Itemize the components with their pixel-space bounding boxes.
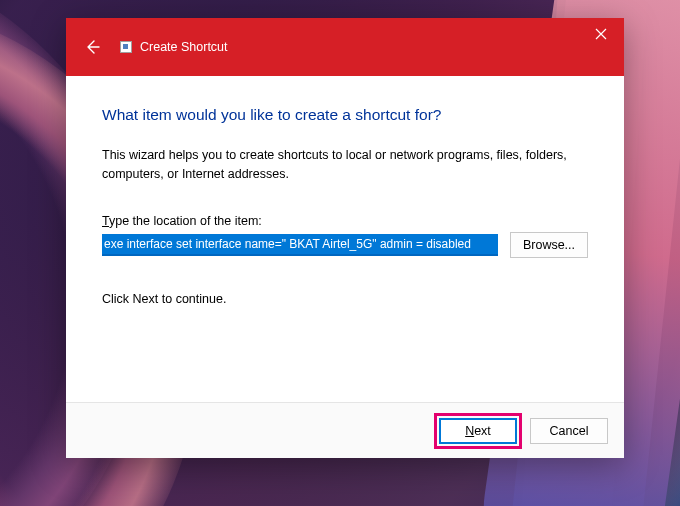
browse-button[interactable]: Browse... [510, 232, 588, 258]
dialog-content: What item would you like to create a sho… [66, 76, 624, 402]
cancel-button[interactable]: Cancel [530, 418, 608, 444]
close-icon [595, 28, 607, 40]
location-input[interactable] [102, 234, 498, 256]
next-button-highlight: Next [434, 413, 522, 449]
window-title: Create Shortcut [140, 40, 228, 54]
continue-text: Click Next to continue. [102, 292, 588, 306]
page-heading: What item would you like to create a sho… [102, 106, 588, 124]
description-text: This wizard helps you to create shortcut… [102, 146, 588, 184]
next-button[interactable]: Next [439, 418, 517, 444]
shortcut-icon [120, 41, 132, 53]
create-shortcut-dialog: Create Shortcut What item would you like… [66, 18, 624, 458]
location-label: Type the location of the item: [102, 214, 588, 228]
back-button[interactable] [80, 35, 104, 59]
dialog-footer: Next Cancel [66, 402, 624, 458]
close-button[interactable] [578, 18, 624, 50]
location-input-row: Browse... [102, 232, 588, 258]
back-arrow-icon [84, 39, 100, 55]
titlebar: Create Shortcut [66, 18, 624, 76]
